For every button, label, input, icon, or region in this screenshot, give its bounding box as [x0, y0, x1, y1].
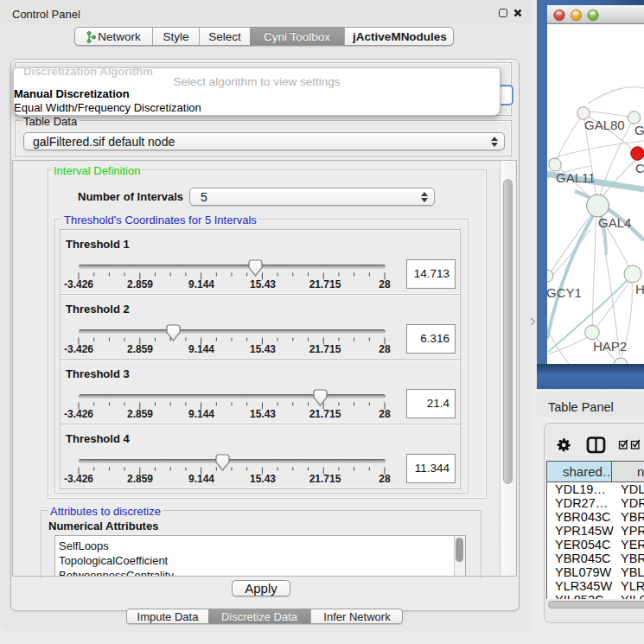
svg-text:GCY1: GCY1 [547, 285, 582, 300]
svg-text:GAL80: GAL80 [584, 118, 625, 132]
svg-text:HAP2: HAP2 [593, 339, 627, 354]
svg-text:H: H [635, 282, 644, 296]
svg-text:C: C [635, 161, 644, 175]
svg-text:GAL4: GAL4 [598, 215, 631, 230]
svg-text:GAL11: GAL11 [556, 170, 596, 185]
svg-text:GA: GA [634, 123, 644, 137]
